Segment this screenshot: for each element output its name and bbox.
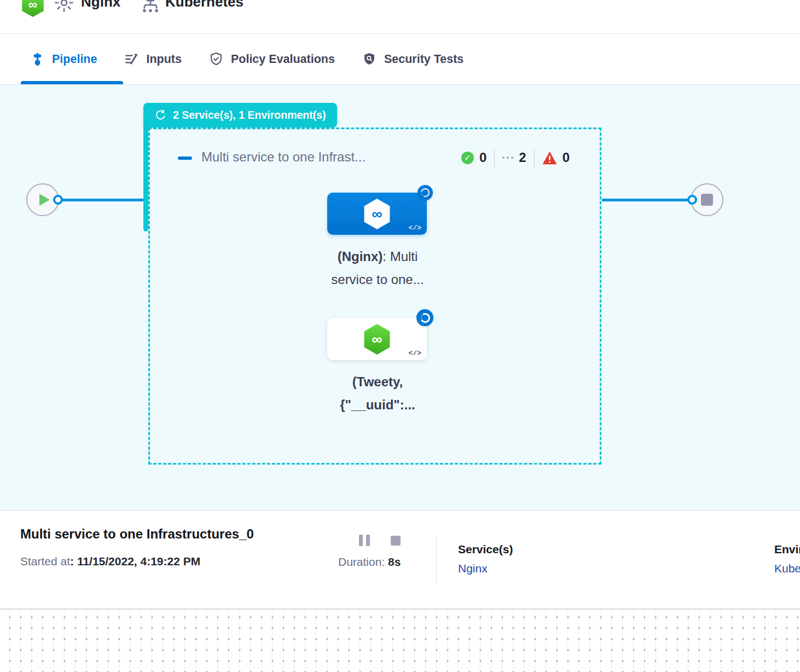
running-spinner-badge: [416, 309, 433, 326]
stage-group-badge[interactable]: 2 Service(s), 1 Environment(s): [143, 103, 337, 128]
inputs-icon: [124, 52, 138, 66]
console-grid-area: [0, 609, 800, 672]
context-environment-name[interactable]: Kubernetes: [165, 0, 244, 10]
environment-icon: [140, 0, 161, 14]
pipeline-execution-page: ∞ Nginx Kubernetes: [0, 0, 800, 672]
tab-inputs[interactable]: Inputs: [124, 52, 182, 66]
shield-check-icon: [209, 52, 223, 66]
pipeline-icon: [31, 53, 44, 66]
duration-label: Duration:: [338, 555, 385, 568]
end-connector-dot: [687, 195, 697, 205]
svg-text:∞: ∞: [28, 0, 37, 11]
start-connector-dot: [53, 195, 63, 205]
stage-group-dashed-box: [148, 128, 601, 465]
context-bar: ∞ Nginx Kubernetes: [0, 0, 800, 34]
gear-icon: [54, 0, 74, 13]
abort-pipeline-button[interactable]: [391, 536, 401, 546]
stage-group-badge-label: 2 Service(s), 1 Environment(s): [173, 109, 326, 121]
divider: [436, 536, 437, 584]
running-spinner-badge: [418, 185, 433, 200]
play-icon: [39, 194, 50, 206]
started-at-value: : 11/15/2022, 4:19:22 PM: [70, 555, 200, 567]
loop-icon: [154, 109, 167, 121]
environment-chip[interactable]: [140, 0, 161, 14]
tab-security-tests[interactable]: Security Tests: [362, 52, 463, 66]
pause-pipeline-button[interactable]: [359, 535, 370, 546]
tab-policy-evaluations[interactable]: Policy Evaluations: [209, 52, 335, 66]
started-at-row: Started at: 11/15/2022, 4:19:22 PM: [20, 555, 200, 568]
context-service-name[interactable]: Nginx: [81, 0, 120, 10]
started-at-label: Started at: [20, 555, 70, 567]
stop-icon: [701, 194, 713, 206]
edge-start-to-stage: [58, 199, 146, 201]
tab-security-tests-label: Security Tests: [384, 53, 463, 66]
tab-pipeline[interactable]: Pipeline: [31, 53, 97, 66]
environments-label: Environment(s): [774, 543, 800, 556]
environment-link-kubernetes[interactable]: Kubernetes: [774, 562, 800, 575]
execution-info-bar: Multi service to one Infrastructures_0 S…: [0, 510, 800, 609]
stage-group-strip: [143, 126, 148, 231]
execution-title: Multi service to one Infrastructures_0: [20, 526, 254, 542]
active-tab-underline: [21, 81, 123, 84]
duration-value: 8s: [385, 555, 401, 568]
harness-service-icon: ∞: [21, 0, 45, 18]
service-chip[interactable]: [54, 0, 74, 13]
tab-pipeline-label: Pipeline: [52, 53, 97, 66]
shield-scan-icon: [362, 52, 376, 66]
pipeline-canvas[interactable]: 2 Service(s), 1 Environment(s) Multi ser…: [0, 85, 800, 510]
edge-stage-to-end: [602, 199, 688, 201]
service-link-nginx[interactable]: Nginx: [458, 562, 488, 575]
tab-inputs-label: Inputs: [146, 53, 182, 66]
services-label: Service(s): [458, 543, 513, 556]
duration-row: Duration: 8s: [338, 555, 401, 569]
tab-policy-evaluations-label: Policy Evaluations: [231, 53, 335, 66]
execution-tab-bar: Pipeline Inputs Policy Evaluations: [0, 34, 800, 85]
